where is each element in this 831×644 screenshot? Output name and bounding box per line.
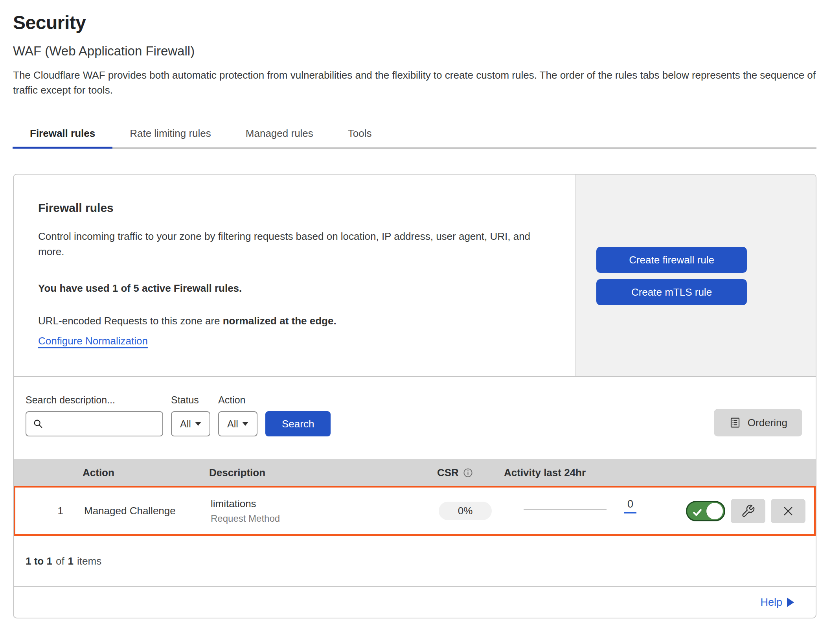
hero-description: Control incoming traffic to your zone by… bbox=[38, 229, 549, 259]
page-subtitle: WAF (Web Application Firewall) bbox=[13, 44, 818, 59]
create-mtls-rule-button[interactable]: Create mTLS rule bbox=[596, 279, 747, 305]
page-header: Security WAF (Web Application Firewall) … bbox=[0, 0, 831, 98]
tab-managed-rules[interactable]: Managed rules bbox=[228, 122, 331, 147]
status-filter-select[interactable]: All bbox=[171, 411, 210, 436]
arrow-right-icon bbox=[787, 598, 794, 607]
page-title: Security bbox=[13, 12, 818, 33]
rule-enabled-toggle[interactable] bbox=[686, 501, 725, 521]
tab-firewall-rules[interactable]: Firewall rules bbox=[13, 122, 112, 147]
firewall-rules-hero: Firewall rules Control incoming traffic … bbox=[14, 175, 816, 377]
normalization-note: URL-encoded Requests to this zone are no… bbox=[38, 315, 560, 327]
rule-csr-cell: 0% bbox=[432, 502, 499, 520]
rule-priority: 1 bbox=[15, 505, 74, 517]
wrench-icon bbox=[741, 504, 755, 518]
configure-normalization-link[interactable]: Configure Normalization bbox=[38, 335, 148, 347]
ordering-button-label: Ordering bbox=[748, 417, 787, 429]
list-ordering-icon bbox=[729, 416, 741, 429]
activity-count-link[interactable]: 0 bbox=[624, 498, 636, 513]
column-header-csr: CSR bbox=[430, 467, 497, 479]
create-firewall-rule-button[interactable]: Create firewall rule bbox=[596, 247, 747, 273]
check-icon bbox=[692, 507, 702, 517]
hero-actions-pane: Create firewall rule Create mTLS rule bbox=[575, 175, 816, 376]
rule-activity-cell: 0 bbox=[499, 498, 676, 524]
action-filter-value: All bbox=[227, 418, 238, 430]
search-description-label: Search description... bbox=[26, 394, 163, 406]
pagination-summary: 1 to 1 of 1 items bbox=[14, 536, 816, 586]
close-icon bbox=[782, 505, 794, 517]
table-header: Action Description CSR Activity last 24h… bbox=[14, 459, 816, 486]
items-range: 1 to 1 bbox=[26, 555, 52, 567]
rules-tabs: Firewall rules Rate limiting rules Manag… bbox=[13, 122, 816, 149]
rule-description[interactable]: limitations bbox=[211, 498, 432, 510]
toggle-knob bbox=[706, 503, 723, 519]
search-description-input[interactable] bbox=[48, 418, 162, 430]
items-total: 1 bbox=[68, 555, 74, 567]
search-button[interactable]: Search bbox=[265, 411, 331, 436]
csr-header-label: CSR bbox=[437, 467, 459, 479]
filter-bar: Search description... Status All bbox=[14, 377, 816, 459]
activity-sparkline bbox=[524, 509, 607, 510]
column-header-action: Action bbox=[73, 467, 202, 479]
rule-description-cell: limitations Request Method bbox=[204, 498, 432, 524]
tab-tools[interactable]: Tools bbox=[331, 122, 389, 147]
column-header-description: Description bbox=[202, 467, 430, 479]
search-icon bbox=[33, 418, 44, 429]
rule-expression: Request Method bbox=[211, 513, 432, 524]
hero-heading: Firewall rules bbox=[38, 201, 560, 215]
tab-rate-limiting-rules[interactable]: Rate limiting rules bbox=[112, 122, 228, 147]
help-row: Help bbox=[14, 586, 816, 618]
normalization-note-text: URL-encoded Requests to this zone are bbox=[38, 315, 223, 327]
search-input-box[interactable] bbox=[26, 411, 163, 436]
column-header-activity: Activity last 24hr bbox=[497, 467, 674, 479]
delete-rule-button[interactable] bbox=[771, 499, 805, 523]
action-filter-select[interactable]: All bbox=[218, 411, 257, 436]
rule-action: Managed Challenge bbox=[74, 505, 204, 517]
rule-controls bbox=[676, 499, 814, 523]
chevron-down-icon bbox=[242, 422, 248, 426]
table-row: 1 Managed Challenge limitations Request … bbox=[14, 486, 816, 536]
page-description: The Cloudflare WAF provides both automat… bbox=[13, 68, 818, 98]
security-waf-page: Security WAF (Web Application Firewall) … bbox=[0, 0, 831, 644]
usage-summary: You have used 1 of 5 active Firewall rul… bbox=[38, 282, 560, 294]
edit-rule-button[interactable] bbox=[731, 499, 765, 523]
firewall-rules-card: Firewall rules Control incoming traffic … bbox=[13, 174, 816, 618]
status-filter-label: Status bbox=[171, 394, 210, 406]
items-word: items bbox=[77, 555, 101, 567]
ordering-button[interactable]: Ordering bbox=[714, 409, 802, 436]
csr-badge: 0% bbox=[439, 502, 492, 520]
info-icon[interactable] bbox=[463, 467, 473, 478]
action-filter-label: Action bbox=[218, 394, 257, 406]
items-of: of bbox=[56, 555, 64, 567]
normalization-note-bold: normalized at the edge. bbox=[223, 315, 336, 327]
status-filter-value: All bbox=[180, 418, 191, 430]
hero-text-pane: Firewall rules Control incoming traffic … bbox=[14, 175, 575, 376]
help-link[interactable]: Help bbox=[760, 596, 782, 609]
chevron-down-icon bbox=[195, 422, 201, 426]
